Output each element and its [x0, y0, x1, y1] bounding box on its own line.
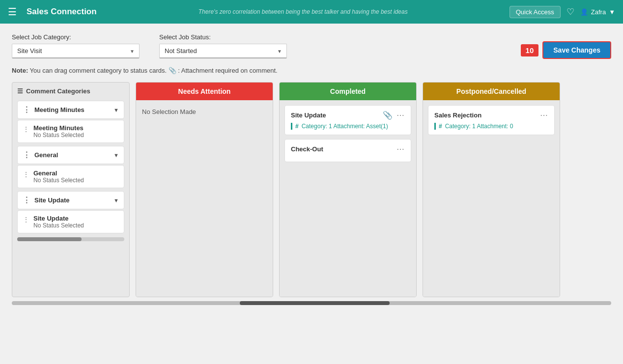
sub-drag-icon: ⋮ — [23, 125, 29, 133]
note-row: Note: You can drag comment category to s… — [12, 67, 611, 74]
category-group-general: ⋮ General ▼ ⋮ General No Status Selected — [17, 146, 124, 188]
app-logo: Sales Connection — [27, 7, 97, 17]
col-needs-attention-header: Needs Attention — [136, 83, 273, 100]
job-category-field: Select Job Category: Site Visit ▼ — [12, 33, 140, 58]
category-sub-site-update[interactable]: ⋮ Site Update No Status Selected — [17, 210, 124, 233]
job-category-select-wrapper: Site Visit ▼ — [12, 44, 140, 58]
quick-access-button[interactable]: Quick Access — [510, 6, 561, 18]
category-header-site-update[interactable]: ⋮ Site Update ▼ — [17, 191, 124, 209]
card-sales-rejection-meta-text: Category: 1 Attachment: 0 — [445, 123, 513, 130]
job-category-select[interactable]: Site Visit — [12, 44, 140, 58]
sub-drag-site-update-icon: ⋮ — [23, 216, 29, 224]
col-needs-attention-body: No Selection Made — [136, 100, 273, 297]
topnav-tagline: There's zero correlation between being t… — [103, 8, 504, 15]
user-icon: 👤 — [580, 8, 588, 16]
col-completed-body: Site Update 📎 ⋯ # Category: 1 Attachment… — [280, 100, 416, 297]
paperclip-icon: 📎 — [169, 67, 176, 74]
col-completed-header: Completed — [280, 83, 416, 100]
card-sales-rejection-meta: # Category: 1 Attachment: 0 — [434, 123, 548, 130]
expand-general-icon: ▼ — [113, 152, 119, 158]
attachment-icon: 📎 — [383, 111, 393, 120]
category-group-meeting-minutes: ⋮ Meeting Minutes ▼ ⋮ Meeting Minutes No… — [17, 101, 124, 143]
expand-meeting-minutes-icon: ▼ — [113, 107, 119, 113]
sub-status-general: No Status Selected — [33, 177, 84, 184]
card-sales-rejection-menu-icon[interactable]: ⋯ — [540, 111, 548, 120]
save-area: 10 Save Changes — [521, 41, 611, 59]
note-prefix: Note: — [12, 67, 28, 74]
category-sub-meeting-minutes[interactable]: ⋮ Meeting Minutes No Status Selected — [17, 120, 124, 143]
card-checkout: Check-Out ⋯ — [284, 139, 411, 162]
category-name-site-update: Site Update — [34, 196, 70, 204]
user-menu[interactable]: 👤 Zafra ▼ — [580, 8, 615, 16]
category-header-general[interactable]: ⋮ General ▼ — [17, 146, 124, 164]
bottom-scrollbar-thumb — [240, 301, 390, 305]
col-completed: Completed Site Update 📎 ⋯ # — [279, 82, 417, 297]
categories-icon: ☰ — [17, 87, 23, 95]
hamburger-icon[interactable]: ☰ — [8, 6, 17, 18]
col-postponed-header: Postponed/Cancelled — [423, 83, 560, 100]
job-status-field: Select Job Status: Not Started ▼ — [159, 33, 287, 58]
card-checkout-menu-icon[interactable]: ⋯ — [396, 144, 405, 154]
drag-handle-general-icon: ⋮ — [23, 150, 30, 160]
job-status-select[interactable]: Not Started — [159, 44, 287, 58]
change-count-badge: 10 — [521, 44, 539, 56]
panel-scrollbar-thumb — [17, 237, 82, 241]
no-selection-text: No Selection Made — [141, 105, 268, 118]
topnav-right: Quick Access ♡ 👤 Zafra ▼ — [510, 6, 615, 18]
card-site-update-meta: # Category: 1 Attachment: Asset(1) — [291, 123, 405, 130]
kanban-area: ☰ Comment Categories ⋮ Meeting Minutes ▼… — [12, 82, 611, 297]
sub-status-site-update: No Status Selected — [33, 222, 84, 229]
card-sales-rejection: Sales Rejection ⋯ # Category: 1 Attachme… — [428, 105, 555, 135]
hash-icon: # — [295, 123, 299, 130]
topnav: ☰ Sales Connection There's zero correlat… — [0, 0, 623, 24]
drag-handle-site-update-icon: ⋮ — [23, 196, 30, 205]
user-chevron-icon: ▼ — [609, 8, 615, 16]
hash-icon-2: # — [439, 123, 442, 130]
expand-site-update-icon: ▼ — [113, 197, 119, 203]
panel-scrollbar[interactable] — [17, 237, 124, 241]
category-name-meeting-minutes: Meeting Minutes — [34, 106, 85, 113]
sub-name-general: General — [33, 169, 84, 177]
bell-icon[interactable]: ♡ — [566, 6, 574, 17]
col-needs-attention: Needs Attention No Selection Made — [136, 82, 273, 297]
note-text: You can drag comment category to status … — [30, 67, 167, 74]
category-group-site-update: ⋮ Site Update ▼ ⋮ Site Update No Status … — [17, 191, 124, 233]
categories-title: ☰ Comment Categories — [17, 87, 124, 95]
sub-name-meeting-minutes: Meeting Minutes — [33, 124, 84, 132]
card-site-update-meta-text: Category: 1 Attachment: Asset(1) — [302, 123, 388, 130]
main-container: Select Job Category: Site Visit ▼ Select… — [0, 24, 623, 364]
drag-handle-icon: ⋮ — [23, 105, 30, 114]
user-name: Zafra — [591, 8, 606, 16]
categories-panel: ☰ Comment Categories ⋮ Meeting Minutes ▼… — [12, 82, 130, 297]
col-postponed: Postponed/Cancelled Sales Rejection ⋯ # … — [423, 82, 560, 297]
attachment-note: : Attachment required on comment. — [178, 67, 277, 74]
bottom-scrollbar[interactable] — [12, 301, 611, 305]
category-sub-general[interactable]: ⋮ General No Status Selected — [17, 165, 124, 188]
job-status-select-wrapper: Not Started ▼ — [159, 44, 287, 58]
kanban-columns: Needs Attention No Selection Made Comple… — [130, 82, 611, 297]
save-changes-button[interactable]: Save Changes — [542, 41, 611, 59]
sub-status-meeting-minutes: No Status Selected — [33, 132, 84, 139]
sub-name-site-update: Site Update — [33, 215, 84, 222]
job-status-label: Select Job Status: — [159, 33, 287, 41]
category-header-meeting-minutes[interactable]: ⋮ Meeting Minutes ▼ — [17, 101, 124, 119]
card-site-update: Site Update 📎 ⋯ # Category: 1 Attachment… — [284, 105, 411, 135]
card-checkout-title: Check-Out — [291, 145, 323, 153]
category-name-general: General — [34, 151, 58, 159]
job-category-label: Select Job Category: — [12, 33, 140, 41]
card-site-update-menu-icon[interactable]: ⋯ — [396, 111, 405, 120]
card-sales-rejection-title: Sales Rejection — [434, 112, 481, 119]
col-postponed-body: Sales Rejection ⋯ # Category: 1 Attachme… — [423, 100, 560, 297]
sub-drag-general-icon: ⋮ — [23, 170, 29, 178]
header-row: Select Job Category: Site Visit ▼ Select… — [12, 33, 611, 59]
card-site-update-title: Site Update — [291, 112, 326, 119]
